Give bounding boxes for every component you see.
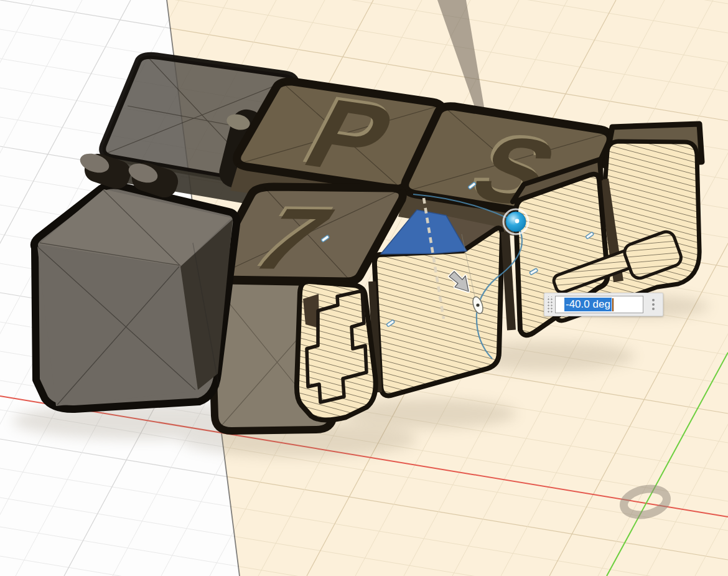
hinge-section-piece[interactable] — [297, 281, 376, 420]
angle-input[interactable]: -40.0 deg — [555, 296, 643, 313]
cad-viewport[interactable]: P P S S 7 7 — [0, 0, 728, 576]
angle-input-widget[interactable]: -40.0 deg — [544, 293, 663, 316]
viewport-canvas[interactable]: P P S S 7 7 — [0, 0, 728, 576]
rotate-sphere-handle[interactable] — [503, 209, 528, 234]
block-gap — [505, 232, 511, 330]
kebab-menu-icon[interactable] — [648, 296, 659, 313]
angle-value: -40.0 deg — [564, 298, 612, 311]
text-caret — [612, 298, 614, 311]
drag-grip-icon[interactable] — [546, 296, 553, 313]
rotate-ellipse-handle-dot — [476, 303, 479, 306]
